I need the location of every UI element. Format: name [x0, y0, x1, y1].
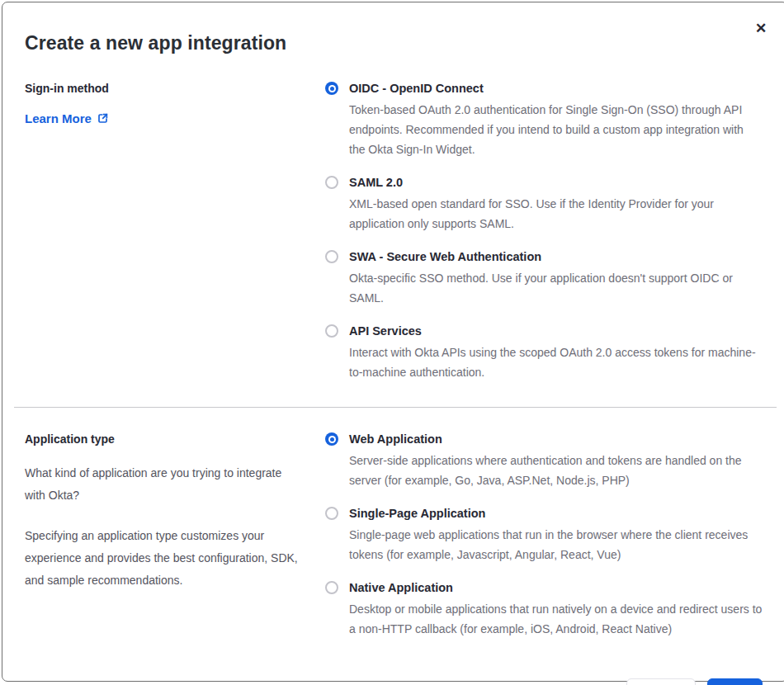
radio-option-api-services[interactable]: API Services Interact with Okta APIs usi… [325, 323, 763, 382]
option-label: Web Application [349, 431, 763, 447]
signin-method-label: Sign-in method [25, 80, 303, 97]
radio-icon[interactable] [325, 82, 338, 95]
option-label: API Services [349, 323, 763, 339]
option-description: XML-based open standard for SSO. Use if … [349, 194, 763, 234]
option-label: SAML 2.0 [349, 174, 763, 191]
close-icon[interactable]: ✕ [750, 17, 772, 39]
application-type-section: Application type What kind of applicatio… [25, 408, 763, 639]
learn-more-link[interactable]: Learn More [25, 111, 109, 125]
radio-icon[interactable] [325, 176, 338, 189]
application-type-note: Specifying an application type customize… [25, 525, 303, 592]
cancel-button[interactable]: Cancel [626, 678, 696, 685]
radio-option-saml[interactable]: SAML 2.0 XML-based open standard for SSO… [325, 174, 763, 234]
dialog-footer: Cancel Next [25, 678, 763, 685]
option-description: Okta-specific SSO method. Use if your ap… [349, 268, 763, 308]
next-button[interactable]: Next [707, 678, 763, 685]
option-description: Desktop or mobile applications that run … [349, 599, 763, 639]
option-description: Server-side applications where authentic… [349, 451, 763, 490]
external-link-icon [97, 112, 109, 125]
radio-option-single-page-application[interactable]: Single-Page Application Single-page web … [325, 505, 763, 565]
option-label: SWA - Secure Web Authentication [349, 248, 763, 265]
radio-option-oidc[interactable]: OIDC - OpenID Connect Token-based OAuth … [325, 80, 763, 159]
option-description: Token-based OAuth 2.0 authentication for… [349, 100, 763, 159]
radio-icon[interactable] [325, 432, 338, 446]
radio-icon[interactable] [325, 507, 338, 520]
option-label: Single-Page Application [349, 505, 763, 522]
option-description: Interact with Okta APIs using the scoped… [349, 342, 763, 382]
option-description: Single-page web applications that run in… [349, 525, 763, 565]
radio-icon[interactable] [325, 581, 338, 594]
radio-icon[interactable] [325, 250, 338, 263]
create-app-integration-dialog: ✕ Create a new app integration Sign-in m… [2, 2, 784, 682]
option-label: OIDC - OpenID Connect [349, 80, 763, 97]
learn-more-label: Learn More [25, 111, 92, 125]
radio-option-swa[interactable]: SWA - Secure Web Authentication Okta-spe… [325, 248, 763, 308]
application-type-question: What kind of application are you trying … [25, 462, 303, 507]
radio-option-native-application[interactable]: Native Application Desktop or mobile app… [325, 579, 763, 639]
radio-icon[interactable] [325, 324, 338, 338]
application-type-label: Application type [25, 431, 303, 447]
option-label: Native Application [349, 579, 763, 596]
signin-method-section: Sign-in method Learn More OIDC - OpenID … [25, 54, 763, 382]
dialog-title: Create a new app integration [25, 32, 763, 54]
radio-option-web-application[interactable]: Web Application Server-side applications… [325, 431, 763, 490]
